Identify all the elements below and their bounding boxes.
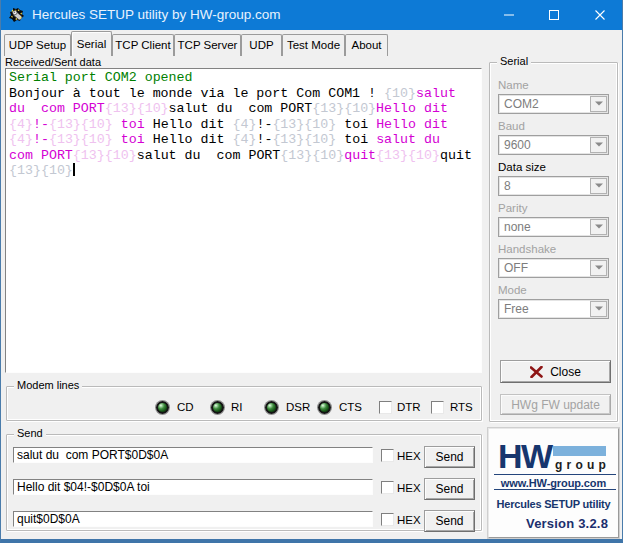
combo-parity[interactable]: none bbox=[498, 217, 609, 237]
terminal-line: {4}!-{13}{10} toi Hello dit {4}!-{13}{10… bbox=[9, 132, 481, 148]
checkbox-dtr[interactable] bbox=[379, 401, 392, 414]
close-icon bbox=[594, 10, 605, 21]
field-label-handshake: Handshake bbox=[498, 244, 556, 255]
combo-handshake[interactable]: OFF bbox=[498, 258, 609, 278]
received-data-terminal[interactable]: Serial port COM2 openedBonjour à tout le… bbox=[5, 68, 482, 373]
minimize-icon bbox=[503, 10, 514, 21]
checkbox-label-rts: RTS bbox=[450, 401, 473, 414]
app-icon bbox=[9, 7, 25, 23]
close-window-button[interactable] bbox=[577, 0, 622, 30]
terminal-line: {4}!-{13}{10} toi Hello dit {4}!-{13}{10… bbox=[9, 117, 481, 133]
field-label-baud: Baud bbox=[498, 121, 525, 132]
window-title: Hercules SETUP utility by HW-group.com bbox=[32, 0, 281, 30]
send-caption: Send bbox=[14, 428, 46, 439]
logo-blue-bar bbox=[553, 446, 606, 456]
chevron-down-icon bbox=[595, 143, 603, 151]
logo-divider-bottom bbox=[494, 489, 616, 490]
led-label-cts: CTS bbox=[339, 401, 362, 414]
tab-udp[interactable]: UDP bbox=[241, 34, 282, 56]
hwgroup-website-link[interactable]: www.HW-group.com bbox=[489, 477, 618, 489]
chevron-down-icon bbox=[595, 225, 603, 233]
led-dsr bbox=[265, 401, 278, 414]
combo-dropdown-button-parity[interactable] bbox=[590, 219, 607, 235]
combo-baud[interactable]: 9600 bbox=[498, 135, 609, 155]
combo-value-name: COM2 bbox=[504, 95, 539, 113]
tab-about[interactable]: About bbox=[345, 34, 388, 56]
serial-caption: Serial bbox=[497, 56, 531, 67]
combo-dropdown-button-data-size[interactable] bbox=[590, 178, 607, 194]
terminal-line: du com PORT{13}{10}salut du com PORT{13}… bbox=[9, 101, 481, 117]
minimize-button[interactable] bbox=[486, 0, 531, 30]
logo-app-name: Hercules SETUP utility bbox=[489, 498, 618, 510]
send-button-1[interactable]: Send bbox=[424, 446, 475, 468]
tab-tcp-client[interactable]: TCP Client bbox=[112, 34, 174, 56]
led-label-dsr: DSR bbox=[286, 401, 310, 414]
field-label-data-size: Data size bbox=[498, 162, 546, 173]
combo-value-data-size: 8 bbox=[504, 177, 511, 195]
send-button-2[interactable]: Send bbox=[424, 478, 475, 500]
combo-data-size[interactable]: 8 bbox=[498, 176, 609, 196]
led-cts bbox=[318, 401, 331, 414]
app-window: Hercules SETUP utility by HW-group.com U… bbox=[0, 0, 623, 543]
hex-checkbox-3[interactable] bbox=[381, 513, 394, 526]
led-cd bbox=[156, 401, 169, 414]
chevron-down-icon bbox=[595, 102, 603, 110]
chevron-down-icon bbox=[595, 184, 603, 192]
hex-label-2: HEX bbox=[397, 482, 421, 494]
send-input-3[interactable]: quit$0D$0A bbox=[13, 511, 373, 527]
field-label-name: Name bbox=[498, 80, 529, 91]
combo-name[interactable]: COM2 bbox=[498, 94, 609, 114]
chevron-down-icon bbox=[595, 266, 603, 274]
combo-value-parity: none bbox=[504, 218, 531, 236]
send-button-3[interactable]: Send bbox=[424, 510, 475, 532]
logo-divider-top bbox=[494, 474, 616, 475]
hex-checkbox-2[interactable] bbox=[381, 481, 394, 494]
combo-dropdown-button-baud[interactable] bbox=[590, 137, 607, 153]
tab-udp-setup[interactable]: UDP Setup bbox=[4, 34, 71, 56]
fw-update-button[interactable]: HWg FW update bbox=[500, 394, 611, 415]
title-bar: Hercules SETUP utility by HW-group.com bbox=[0, 0, 623, 30]
terminal-line: com PORT{13}{10}salut du com PORT{13}{10… bbox=[9, 148, 481, 164]
terminal-line: Serial port COM2 opened bbox=[9, 70, 481, 86]
hex-checkbox-1[interactable] bbox=[381, 449, 394, 462]
tab-serial[interactable]: Serial bbox=[71, 31, 112, 56]
led-ri bbox=[211, 401, 224, 414]
led-label-cd: CD bbox=[177, 401, 194, 414]
logo-group-text: group bbox=[555, 458, 610, 472]
chevron-down-icon bbox=[595, 307, 603, 315]
received-sent-label: Received/Sent data bbox=[5, 56, 101, 68]
logo-hw-text: HW bbox=[498, 441, 552, 471]
close-port-button[interactable]: Close bbox=[500, 360, 611, 383]
maximize-icon bbox=[548, 10, 559, 21]
logo-version: Version 3.2.8 bbox=[526, 516, 608, 531]
tab-bar: UDP SetupSerialTCP ClientTCP ServerUDPTe… bbox=[1, 31, 622, 56]
combo-value-baud: 9600 bbox=[504, 136, 531, 154]
combo-dropdown-button-handshake[interactable] bbox=[590, 260, 607, 276]
modem-lines-caption: Modem lines bbox=[14, 380, 82, 391]
close-port-label: Close bbox=[550, 365, 581, 379]
text-cursor bbox=[73, 163, 75, 176]
combo-value-mode: Free bbox=[504, 300, 529, 318]
combo-dropdown-button-name[interactable] bbox=[590, 96, 607, 112]
checkbox-rts[interactable] bbox=[431, 401, 444, 414]
send-input-1[interactable]: salut du com PORT$0D$0A bbox=[13, 447, 373, 463]
send-input-2[interactable]: Hello dit $04!-$0D$0A toi bbox=[13, 479, 373, 495]
led-label-ri: RI bbox=[231, 401, 243, 414]
tab-test-mode[interactable]: Test Mode bbox=[282, 34, 345, 56]
field-label-parity: Parity bbox=[498, 203, 527, 214]
combo-mode[interactable]: Free bbox=[498, 299, 609, 319]
tab-tcp-server[interactable]: TCP Server bbox=[174, 34, 241, 56]
combo-dropdown-button-mode[interactable] bbox=[590, 301, 607, 317]
checkbox-label-dtr: DTR bbox=[397, 401, 421, 414]
maximize-button[interactable] bbox=[531, 0, 576, 30]
field-label-mode: Mode bbox=[498, 285, 527, 296]
close-x-icon bbox=[530, 366, 543, 378]
combo-value-handshake: OFF bbox=[504, 259, 528, 277]
terminal-line: Bonjour à tout le monde via le port Com … bbox=[9, 86, 481, 102]
hex-label-1: HEX bbox=[397, 450, 421, 462]
terminal-line: {13}{10} bbox=[9, 163, 481, 179]
hwgroup-logo-box: HW group www.HW-group.com Hercules SETUP… bbox=[488, 428, 619, 538]
hex-label-3: HEX bbox=[397, 514, 421, 526]
